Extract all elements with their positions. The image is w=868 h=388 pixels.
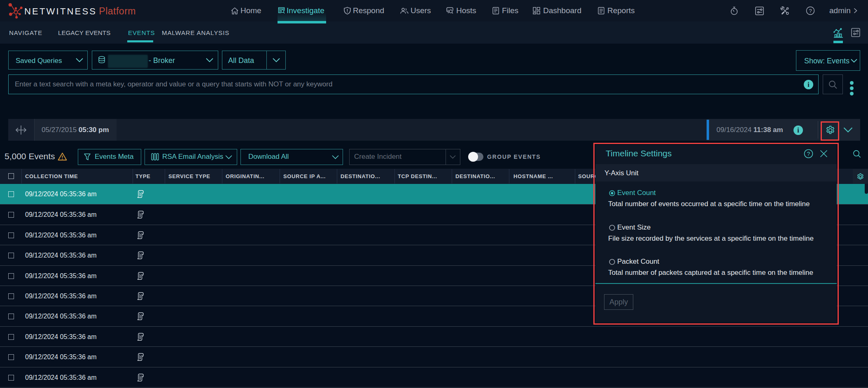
svg-text:?: ? — [809, 8, 812, 14]
